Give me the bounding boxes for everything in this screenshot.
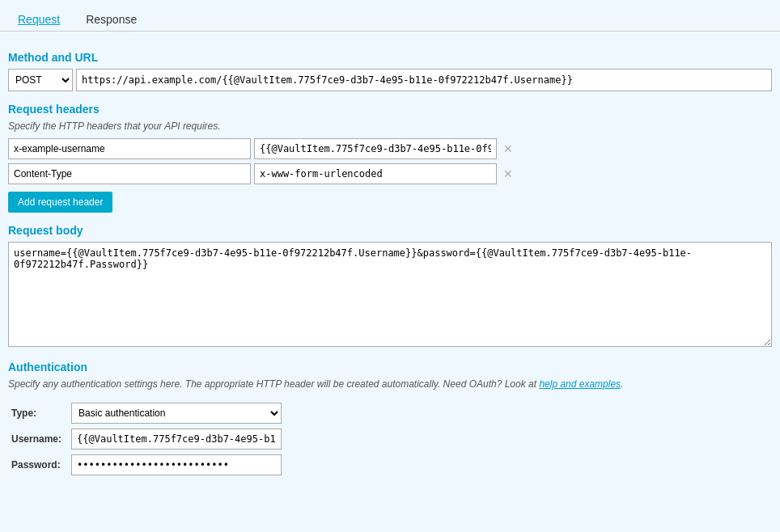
tab-bar: Request Response [0,0,780,32]
auth-password-label: Password: [11,454,68,475]
tab-separator [70,8,76,31]
request-headers-desc: Specify the HTTP headers that your API r… [8,120,772,132]
authentication-title: Authentication [8,361,772,374]
header-row-1: ✕ [8,138,772,159]
request-body-textarea[interactable]: username={{@VaultItem.775f7ce9-d3b7-4e95… [8,242,772,347]
tab-response[interactable]: Response [76,8,146,31]
auth-type-select[interactable]: Basic authentication No authentication B… [71,403,282,424]
headers-list: ✕ ✕ [8,138,772,184]
auth-form: Type: Basic authentication No authentica… [8,398,285,480]
auth-help-link[interactable]: help and examples [539,378,621,390]
header-val-1[interactable] [254,138,497,159]
main-content: Method and URL POST GET PUT PATCH DELETE… [0,32,780,488]
tab-request[interactable]: Request [8,8,70,31]
method-select[interactable]: POST GET PUT PATCH DELETE [8,69,73,91]
auth-type-row: Type: Basic authentication No authentica… [11,403,282,424]
header-row-2: ✕ [8,163,772,184]
add-header-button[interactable]: Add request header [8,192,112,213]
url-input[interactable] [76,69,772,91]
authentication-desc: Specify any authentication settings here… [8,378,772,390]
auth-username-row: Username: [11,429,282,450]
auth-password-row: Password: [11,454,282,475]
request-body-title: Request body [8,224,772,237]
auth-username-label: Username: [11,429,68,450]
remove-header-2[interactable]: ✕ [500,167,516,180]
auth-username-field [71,429,282,450]
auth-type-label: Type: [11,403,68,424]
auth-username-input[interactable] [71,429,282,450]
auth-password-input[interactable] [71,454,282,475]
method-url-title: Method and URL [8,51,772,64]
header-key-2[interactable] [8,163,251,184]
auth-desc-text: Specify any authentication settings here… [8,378,539,390]
remove-header-1[interactable]: ✕ [500,142,516,155]
header-val-2[interactable] [254,163,497,184]
auth-desc-suffix: . [621,378,623,390]
auth-password-field [71,454,282,475]
method-url-row: POST GET PUT PATCH DELETE [8,69,772,91]
request-headers-title: Request headers [8,103,772,116]
auth-type-field: Basic authentication No authentication B… [71,403,282,424]
header-key-1[interactable] [8,138,251,159]
